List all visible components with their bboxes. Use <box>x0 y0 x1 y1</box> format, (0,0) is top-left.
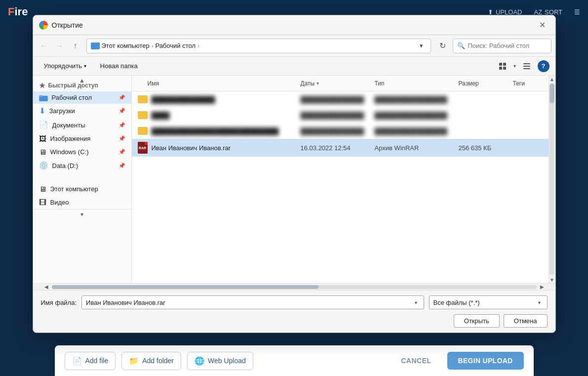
folder-yellow-icon-3 <box>138 127 148 135</box>
nav-path: Этот компьютер › Рабочий стол › ▾ <box>86 39 431 53</box>
sidebar-item-this-computer[interactable]: 🖥 Этот компьютер <box>33 182 131 196</box>
col-size-header: Размер <box>459 80 513 87</box>
file-type-2: ████████████████ <box>375 112 459 119</box>
vertical-scrollbar[interactable]: ▲ ▼ <box>549 76 555 283</box>
svg-rect-4 <box>523 63 530 64</box>
downloads-icon: ⬇ <box>39 106 45 116</box>
sidebar-item-data-d[interactable]: 💿 Data (D:) 📌 <box>33 159 131 172</box>
search-icon: 🔍 <box>457 42 465 49</box>
file-name-1: ██████████████ <box>152 96 301 103</box>
new-folder-label: Новая папка <box>100 62 138 70</box>
svg-rect-2 <box>499 67 502 70</box>
nav-refresh-button[interactable]: ↻ <box>435 38 451 54</box>
rar-file-icon: RAR <box>138 142 148 154</box>
col-date-header: Даты ▾ <box>301 80 375 87</box>
menu-action[interactable]: ☰ <box>574 8 580 16</box>
hscroll-right-button[interactable]: ▶ <box>539 284 546 291</box>
nav-up-button[interactable]: ↑ <box>69 39 82 53</box>
filename-input-wrapper: ▾ <box>81 295 424 309</box>
dialog-action-row: Открыть Отмена <box>41 314 548 328</box>
sidebar-item-windows-c[interactable]: 🖥 Windows (C:) 📌 <box>33 145 131 159</box>
sidebar-item-video[interactable]: 🎞 Видео <box>33 196 131 209</box>
add-folder-button[interactable]: 📁 Add folder <box>121 352 181 370</box>
cancel-button[interactable]: CANCEL <box>391 353 441 369</box>
sidebar-scroll-up[interactable]: ▲ <box>33 76 131 85</box>
vscroll-down-button[interactable]: ▼ <box>549 276 555 283</box>
new-folder-button[interactable]: Новая папка <box>95 60 143 72</box>
sidebar-data-label: Data (D:) <box>52 162 78 169</box>
organize-button[interactable]: Упорядочить ▾ <box>39 60 91 72</box>
windows-icon: 🖥 <box>39 148 46 156</box>
filename-dropdown-button[interactable]: ▾ <box>413 299 420 306</box>
file-date-3: ██████████████ <box>301 127 375 135</box>
search-input[interactable] <box>468 42 547 49</box>
app-logo: Fire <box>8 5 28 18</box>
file-date-1: ██████████████ <box>301 96 375 103</box>
pin-icon-data: 📌 <box>118 163 125 169</box>
filetype-dropdown-button[interactable]: ▾ <box>536 299 543 306</box>
file-type-4: Архив WinRAR <box>375 144 459 152</box>
dialog-cancel-button[interactable]: Отмена <box>504 314 548 328</box>
table-row[interactable]: RAR Иван Иванович Иванов.rar 16.03.2022 … <box>132 139 549 157</box>
upload-bar: 📄 Add file 📁 Add folder 🌐 Web Upload CAN… <box>55 345 534 376</box>
svg-rect-1 <box>503 63 506 66</box>
path-dropdown-button[interactable]: ▾ <box>417 41 427 51</box>
add-file-label: Add file <box>85 357 109 365</box>
help-button[interactable]: ? <box>538 60 549 72</box>
detail-view-icon <box>523 62 531 70</box>
begin-upload-button[interactable]: BEGIN UPLOAD <box>447 352 524 370</box>
dialog-title: Открытие <box>52 21 532 29</box>
nav-forward-button[interactable]: → <box>53 39 67 53</box>
hscroll-left-button[interactable]: ◀ <box>43 284 50 291</box>
dialog-close-button[interactable]: ✕ <box>536 18 549 32</box>
svg-rect-6 <box>523 68 530 69</box>
file-size-4: 256 635 КБ <box>459 144 513 152</box>
sidebar-windows-label: Windows (C:) <box>50 148 89 156</box>
pin-icon-documents: 📌 <box>118 122 125 128</box>
dialog-open-button[interactable]: Открыть <box>454 314 500 328</box>
chrome-icon <box>39 21 48 30</box>
pin-icon-downloads: 📌 <box>118 108 125 114</box>
folder-blue-icon <box>39 94 48 101</box>
hscroll-track <box>52 285 537 289</box>
file-name-2: ████ <box>152 112 301 119</box>
sidebar-item-desktop[interactable]: Рабочий стол 📌 <box>33 91 131 104</box>
web-upload-label: Web Upload <box>208 357 246 365</box>
sidebar-desktop-label: Рабочий стол <box>52 94 92 101</box>
view-toggle-detail[interactable] <box>520 59 534 73</box>
add-file-button[interactable]: 📄 Add file <box>65 352 116 370</box>
filename-row: Имя файла: ▾ Все файлы (*.*) ▾ <box>41 295 548 309</box>
sidebar-item-images[interactable]: 🖼 Изображения 📌 <box>33 132 131 145</box>
sidebar-item-downloads[interactable]: ⬇ Загрузки 📌 <box>33 104 131 118</box>
file-type-1: ████████████████ <box>375 96 459 103</box>
dialog-toolbar: Упорядочить ▾ Новая папка ▾ ? <box>33 57 555 76</box>
sidebar-scroll-down[interactable]: ▾ <box>33 209 131 219</box>
web-upload-button[interactable]: 🌐 Web Upload <box>187 352 253 370</box>
grid-view-icon <box>499 62 507 70</box>
pin-icon: 📌 <box>118 94 125 101</box>
svg-rect-5 <box>523 66 530 67</box>
file-name-3: ████████████████████████████ <box>152 127 301 135</box>
view-dropdown-icon[interactable]: ▾ <box>513 63 516 69</box>
nav-path-arrow2: › <box>197 43 199 49</box>
file-name-4: Иван Иванович Иванов.rar <box>152 144 301 152</box>
table-row[interactable]: ████ ██████████████ ████████████████ <box>132 107 549 123</box>
sidebar-video-label: Видео <box>50 199 69 206</box>
sidebar-this-computer-label: Этот компьютер <box>50 185 98 193</box>
view-toggle-grid[interactable] <box>496 59 510 73</box>
table-row[interactable]: ████████████████████████████ ███████████… <box>132 123 549 139</box>
hamburger-icon: ☰ <box>574 8 580 16</box>
sidebar-downloads-label: Загрузки <box>49 107 75 115</box>
vscroll-up-button[interactable]: ▲ <box>549 76 555 83</box>
sidebar-item-documents[interactable]: 📄 Документы 📌 <box>33 118 131 132</box>
filetype-select: Все файлы (*.*) <box>433 299 536 306</box>
nav-path-folder: Рабочий стол <box>155 42 196 49</box>
svg-rect-8 <box>39 95 42 97</box>
file-date-2: ██████████████ <box>301 112 375 119</box>
nav-search-box: 🔍 <box>453 39 551 53</box>
nav-back-button[interactable]: ← <box>37 39 51 53</box>
pin-icon-images: 📌 <box>118 135 125 142</box>
filename-input[interactable] <box>86 299 412 306</box>
file-date-4: 16.03.2022 12:54 <box>301 144 375 152</box>
table-row[interactable]: ██████████████ ██████████████ ██████████… <box>132 91 549 107</box>
